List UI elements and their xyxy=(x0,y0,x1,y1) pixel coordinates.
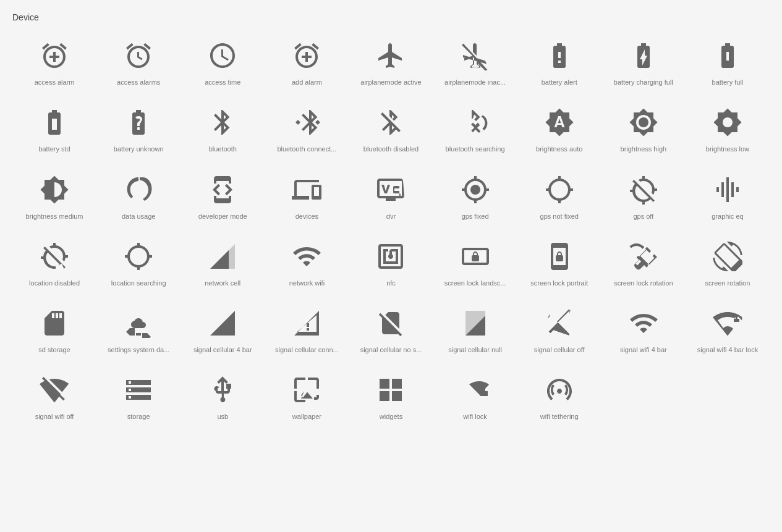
nfc-icon[interactable]: nfc xyxy=(349,235,433,296)
data-usage-icon[interactable]: data usage xyxy=(96,169,181,229)
brightness-auto-icon[interactable]: brightness auto xyxy=(517,101,601,162)
nfc-icon-svg xyxy=(376,242,406,279)
brightness-medium-icon[interactable]: brightness medium xyxy=(12,169,96,229)
airplanemode-inactive-icon-svg xyxy=(461,41,490,78)
gps-fixed-icon-svg xyxy=(461,175,490,212)
brightness-auto-icon-label: brightness auto xyxy=(536,145,582,153)
network-cell-icon-label: network cell xyxy=(205,279,240,287)
bluetooth-searching-icon[interactable]: bluetooth searching xyxy=(433,101,517,162)
icon-grid: access alarmaccess alarmsaccess timeadd … xyxy=(12,35,770,430)
battery-full-icon-svg xyxy=(713,41,742,78)
battery-charging-full-icon[interactable]: battery charging full xyxy=(601,35,686,95)
screen-lock-portrait-icon[interactable]: screen lock portrait xyxy=(517,235,601,296)
bluetooth-connected-icon-label: bluetooth connect... xyxy=(277,145,336,153)
network-wifi-icon[interactable]: network wifi xyxy=(265,235,349,296)
location-disabled-icon[interactable]: location disabled xyxy=(12,235,96,296)
signal-wifi-4bar-lock-icon[interactable]: signal wifi 4 bar lock xyxy=(686,302,770,363)
signal-cellular-no-sim-icon[interactable]: signal cellular no s... xyxy=(349,302,433,363)
dvr-icon[interactable]: dvr xyxy=(349,169,433,229)
signal-wifi-4bar-icon[interactable]: signal wifi 4 bar xyxy=(601,302,686,363)
access-alarms-icon-label: access alarms xyxy=(117,78,160,87)
brightness-medium-icon-label: brightness medium xyxy=(26,212,83,221)
signal-cellular-connected-icon-label: signal cellular conn... xyxy=(275,345,339,354)
access-alarm-icon-svg xyxy=(40,41,69,78)
wifi-lock-icon-label: wifi lock xyxy=(463,412,487,421)
battery-std-icon[interactable]: battery std xyxy=(12,101,96,162)
network-cell-icon-svg xyxy=(208,242,237,279)
battery-unknown-icon-svg xyxy=(124,108,153,145)
wifi-lock-icon-svg xyxy=(461,375,490,412)
access-alarm-icon[interactable]: access alarm xyxy=(12,35,96,95)
signal-cellular-null-icon[interactable]: signal cellular null xyxy=(433,302,517,363)
signal-cellular-off-icon-label: signal cellular off xyxy=(534,345,585,354)
developer-mode-icon-svg xyxy=(208,175,237,212)
access-time-icon[interactable]: access time xyxy=(181,35,265,95)
brightness-low-icon[interactable]: brightness low xyxy=(686,101,770,162)
gps-fixed-icon[interactable]: gps fixed xyxy=(433,169,517,229)
signal-wifi-off-icon[interactable]: signal wifi off xyxy=(12,369,96,429)
signal-cellular-connected-icon-svg xyxy=(292,308,321,345)
wifi-lock-icon[interactable]: wifi lock xyxy=(433,369,517,429)
devices-icon[interactable]: devices xyxy=(265,169,349,229)
signal-cellular-connected-icon[interactable]: signal cellular conn... xyxy=(265,302,349,363)
airplanemode-inactive-icon-label: airplanemode inac... xyxy=(444,78,506,87)
airplanemode-active-icon-svg xyxy=(376,41,406,78)
storage-icon-svg xyxy=(124,375,153,412)
battery-std-icon-label: battery std xyxy=(38,145,70,153)
battery-alert-icon[interactable]: battery alert xyxy=(517,35,601,95)
brightness-high-icon[interactable]: brightness high xyxy=(601,101,686,162)
brightness-high-icon-label: brightness high xyxy=(621,145,667,153)
wallpaper-icon[interactable]: wallpaper xyxy=(265,369,349,429)
devices-icon-label: devices xyxy=(295,212,318,221)
battery-charging-full-icon-svg xyxy=(629,41,658,78)
graphic-eq-icon-label: graphic eq xyxy=(712,212,743,221)
access-alarms-icon[interactable]: access alarms xyxy=(96,35,181,95)
location-disabled-icon-svg xyxy=(40,242,69,279)
gps-not-fixed-icon[interactable]: gps not fixed xyxy=(517,169,601,229)
battery-unknown-icon[interactable]: battery unknown xyxy=(96,101,181,162)
bluetooth-icon[interactable]: bluetooth xyxy=(181,101,265,162)
wifi-tethering-icon[interactable]: wifi tethering xyxy=(517,369,601,429)
signal-wifi-4bar-lock-icon-svg xyxy=(713,308,742,345)
gps-not-fixed-icon-label: gps not fixed xyxy=(540,212,579,221)
signal-cellular-no-sim-icon-svg xyxy=(376,308,406,345)
graphic-eq-icon[interactable]: graphic eq xyxy=(686,169,770,229)
usb-icon[interactable]: usb xyxy=(181,369,265,429)
sd-storage-icon[interactable]: sd storage xyxy=(12,302,96,363)
bluetooth-icon-label: bluetooth xyxy=(209,145,237,153)
signal-cellular-off-icon-svg xyxy=(545,308,574,345)
storage-icon-label: storage xyxy=(127,412,150,421)
bluetooth-disabled-icon[interactable]: bluetooth disabled xyxy=(349,101,433,162)
signal-cellular-null-icon-label: signal cellular null xyxy=(448,345,502,354)
gps-not-fixed-icon-svg xyxy=(545,175,574,212)
signal-wifi-4bar-icon-svg xyxy=(629,308,658,345)
wifi-tethering-icon-label: wifi tethering xyxy=(540,412,579,421)
brightness-high-icon-svg xyxy=(629,108,658,145)
airplanemode-active-icon[interactable]: airplanemode active xyxy=(349,35,433,95)
settings-system-daydream-icon[interactable]: settings system da... xyxy=(96,302,181,363)
storage-icon[interactable]: storage xyxy=(96,369,181,429)
signal-cellular-4bar-icon[interactable]: signal cellular 4 bar xyxy=(181,302,265,363)
screen-lock-rotation-icon[interactable]: screen lock rotation xyxy=(601,235,686,296)
screen-lock-landscape-icon[interactable]: screen lock landsc... xyxy=(433,235,517,296)
airplanemode-inactive-icon[interactable]: airplanemode inac... xyxy=(433,35,517,95)
bluetooth-connected-icon[interactable]: bluetooth connect... xyxy=(265,101,349,162)
battery-std-icon-svg xyxy=(40,108,69,145)
add-alarm-icon[interactable]: add alarm xyxy=(265,35,349,95)
sd-storage-icon-svg xyxy=(40,308,69,345)
signal-cellular-off-icon[interactable]: signal cellular off xyxy=(517,302,601,363)
developer-mode-icon[interactable]: developer mode xyxy=(181,169,265,229)
brightness-low-icon-svg xyxy=(713,108,742,145)
gps-off-icon[interactable]: gps off xyxy=(601,169,686,229)
access-alarms-icon-svg xyxy=(124,41,153,78)
location-searching-icon[interactable]: location searching xyxy=(96,235,181,296)
network-wifi-icon-label: network wifi xyxy=(289,279,325,287)
screen-rotation-icon[interactable]: screen rotation xyxy=(686,235,770,296)
gps-off-icon-svg xyxy=(629,175,658,212)
dvr-icon-svg xyxy=(376,175,406,212)
screen-lock-landscape-icon-svg xyxy=(461,242,490,279)
widgets-icon[interactable]: widgets xyxy=(349,369,433,429)
network-cell-icon[interactable]: network cell xyxy=(181,235,265,296)
signal-wifi-4bar-lock-icon-label: signal wifi 4 bar lock xyxy=(697,345,758,354)
battery-full-icon[interactable]: battery full xyxy=(686,35,770,95)
